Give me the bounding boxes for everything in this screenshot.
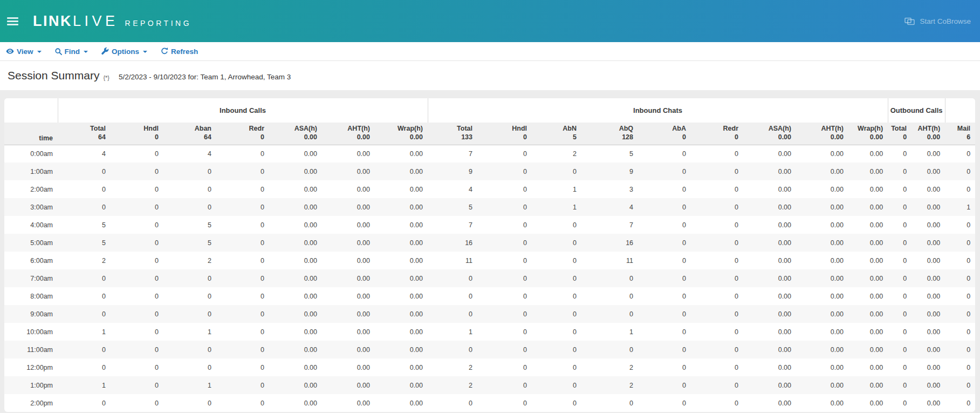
table-cell: 4 [163,145,216,163]
table-cell: 0.00 [848,252,888,269]
find-menu-button[interactable]: Find [55,48,88,56]
table-cell: 0.00 [322,180,375,198]
row-time-label: 0:00am [4,145,58,163]
column-summary-value: 128 [581,133,633,141]
table-cell: 1 [532,198,581,216]
column-label: Wrap(h) [375,124,423,133]
table-cell: 0 [638,341,691,358]
table-cell: 0 [691,305,743,323]
table-cell: 0 [945,287,975,305]
table-cell: 0.00 [375,394,428,412]
table-cell: 0 [477,216,532,234]
table-cell: 0 [945,376,975,394]
table-cell: 0 [691,358,743,376]
group-header-row: Inbound CallsInbound ChatsOutbound Calls [4,98,975,123]
table-cell: 0 [638,269,691,287]
column-label: Redr [216,124,264,133]
table-cell: 0.00 [375,163,428,180]
table-cell: 16 [581,234,638,252]
options-menu-button[interactable]: Options [101,48,147,56]
table-cell: 0.00 [912,323,945,341]
table-cell: 0.00 [796,198,848,216]
table-cell: 0 [428,394,477,412]
row-time-label: 2:00pm [4,394,58,412]
table-cell: 0 [532,269,581,287]
table-row: 11:00am00000.000.000.000000000.000.000.0… [4,341,975,358]
table-cell: 11 [428,252,477,269]
table-cell: 0.00 [322,145,375,163]
table-cell: 1 [58,323,111,341]
table-cell: 0 [477,376,532,394]
column-group-header: Outbound Calls [888,98,945,123]
table-cell: 0 [58,305,111,323]
table-cell: 0.00 [743,163,796,180]
table-cell: 0 [428,269,477,287]
table-row: 5:00am50500.000.000.00160016000.000.000.… [4,234,975,252]
column-header: Hndl 0 [111,123,163,145]
table-cell: 0 [111,252,163,269]
column-group-header: Inbound Chats [428,98,888,123]
table-cell: 0 [216,358,269,376]
summary-table: Inbound CallsInbound ChatsOutbound Calls… [4,98,975,412]
table-cell: 0.00 [796,234,848,252]
table-cell: 0.00 [322,216,375,234]
start-cobrowse-button[interactable]: Start CoBrowse [904,17,971,25]
table-cell: 0.00 [912,341,945,358]
toolbar: View Find Options Refresh [0,42,980,61]
title-annotation: {*} [103,75,109,81]
table-cell: 0.00 [848,180,888,198]
table-cell: 0 [111,180,163,198]
table-cell: 2 [532,145,581,163]
table-cell: 0.00 [743,287,796,305]
table-cell: 0.00 [375,180,428,198]
table-cell: 0.00 [796,305,848,323]
table-cell: 7 [428,145,477,163]
table-cell: 0.00 [322,269,375,287]
column-label: Hndl [477,124,527,133]
column-header: Redr 0 [216,123,269,145]
column-header: ASA(h) 0.00 [743,123,796,145]
table-cell: 0.00 [375,341,428,358]
table-cell: 0.00 [796,287,848,305]
row-time-label: 8:00am [4,287,58,305]
column-header: AbA 0 [638,123,691,145]
table-cell: 0 [532,252,581,269]
view-menu-button[interactable]: View [6,48,42,56]
table-cell: 0 [691,376,743,394]
table-cell: 1 [163,376,216,394]
table-cell: 0 [888,287,912,305]
table-cell: 0.00 [375,376,428,394]
column-summary-value: 0.00 [743,133,791,141]
logo-light-text: LIVE [73,13,119,30]
column-label: AbA [638,124,686,133]
table-cell: 0 [216,323,269,341]
table-cell: 0 [477,252,532,269]
table-cell: 0 [691,198,743,216]
table-cell: 0 [691,341,743,358]
table-cell: 0 [216,394,269,412]
table-cell: 0.00 [796,341,848,358]
column-summary-value: 0.00 [796,133,844,141]
table-cell: 0 [581,394,638,412]
table-cell: 0.00 [848,287,888,305]
table-cell: 0.00 [796,376,848,394]
column-header: Wrap(h) 0.00 [375,123,428,145]
table-cell: 0 [163,394,216,412]
table-cell: 0 [638,323,691,341]
table-cell: 0.00 [743,216,796,234]
column-label: AbN [532,124,577,133]
refresh-button[interactable]: Refresh [161,48,198,56]
table-cell: 5 [58,234,111,252]
table-cell: 0.00 [322,394,375,412]
table-cell: 0 [111,323,163,341]
column-group-header [4,98,58,123]
table-cell: 0 [111,145,163,163]
column-label: ASA(h) [743,124,791,133]
column-group-header: Inbound Calls [58,98,428,123]
column-summary-value: 0 [691,133,738,141]
table-cell: 0.00 [269,234,322,252]
hamburger-menu-icon[interactable] [6,13,19,29]
table-cell: 0.00 [848,216,888,234]
table-cell: 9 [581,163,638,180]
table-cell: 0.00 [912,305,945,323]
